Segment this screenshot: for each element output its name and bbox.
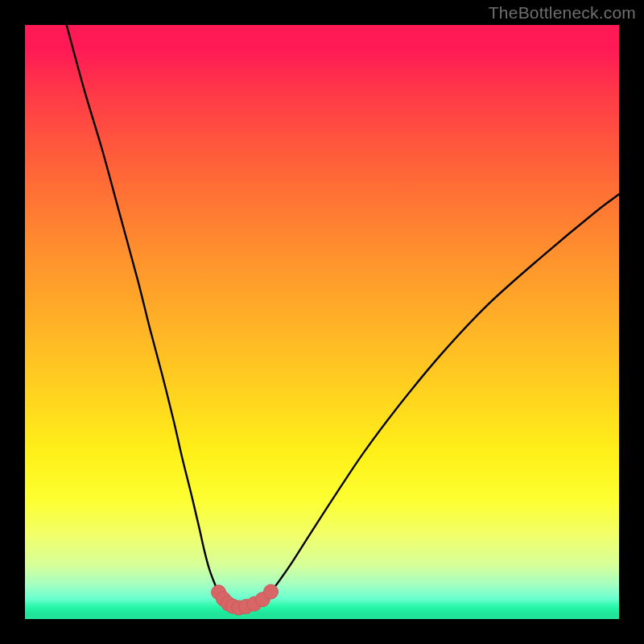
- bottleneck-curve: [25, 25, 619, 619]
- watermark-text: TheBottleneck.com: [489, 3, 636, 23]
- chart-frame: TheBottleneck.com: [0, 0, 644, 644]
- plot-area: [25, 25, 619, 619]
- valley-markers: [212, 584, 279, 615]
- valley-marker: [264, 584, 279, 599]
- curve-line: [67, 25, 619, 608]
